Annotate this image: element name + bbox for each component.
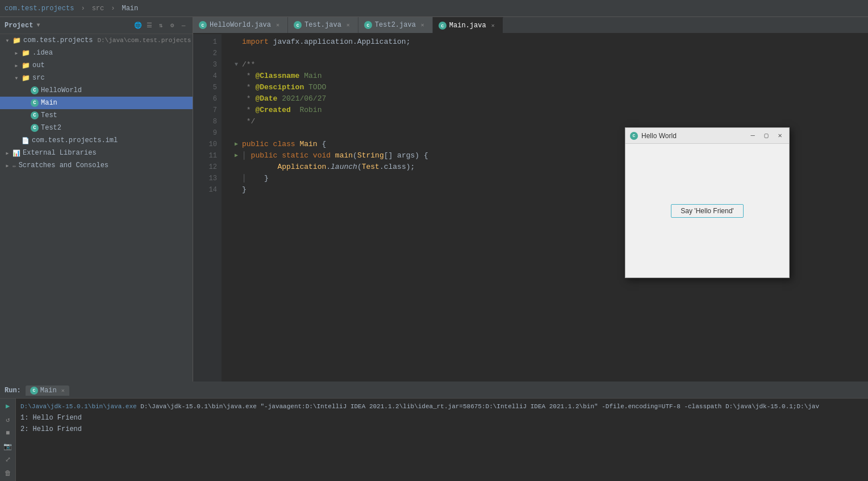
minimize-icon[interactable]: — <box>179 21 188 30</box>
run-tab-close-icon[interactable]: ✕ <box>61 387 65 394</box>
tab-label-main: Main.java <box>449 22 486 30</box>
java-tab-icon4: C <box>439 22 446 30</box>
run-content: ▶ ↺ ■ 📷 ⤢ 🗑 D:\Java\jdk-15.0.1\bin\java.… <box>0 399 868 481</box>
sidebar-label: Project <box>5 22 33 30</box>
sort-icon[interactable]: ⇅ <box>156 21 165 30</box>
close-icon-helloworld[interactable]: ✕ <box>274 21 282 29</box>
run-tab-main[interactable]: C Main ✕ <box>26 385 69 396</box>
camera-icon[interactable]: 📷 <box>2 441 14 453</box>
code-line-1: import javafx.application.Application; <box>231 36 868 48</box>
iml-icon: 📄 <box>22 137 30 144</box>
close-icon-test[interactable]: ✕ <box>344 21 352 29</box>
javafx-window-title: Hello World <box>641 132 745 140</box>
javafx-titlebar: C Hello World — ▢ ✕ <box>625 128 789 144</box>
chevron-right-icon2: ▶ <box>14 63 19 68</box>
trash-icon[interactable]: 🗑 <box>2 468 14 479</box>
tree-label-idea: .idea <box>32 49 53 57</box>
tabs-bar: C HelloWorld.java ✕ C Test.java ✕ C Test… <box>193 17 868 34</box>
title-path: com.test.projects <box>5 5 74 13</box>
run-cmd-line: D:\Java\jdk-15.0.1\bin\java.exe D:\Java\… <box>20 401 863 412</box>
run-output-line-2: 2: Hello Friend <box>20 424 863 435</box>
run-output-line-1: 1: Hello Friend <box>20 412 863 424</box>
run-arrow-10[interactable]: ▶ <box>235 139 238 150</box>
tree-item-src[interactable]: ▼ 📁 src <box>0 72 193 84</box>
run-output: D:\Java\jdk-15.0.1\bin\java.exe D:\Java\… <box>16 399 868 481</box>
tree-label-main: Main <box>41 99 57 107</box>
dropdown-icon[interactable]: ▼ <box>36 22 40 28</box>
java-tab-icon3: C <box>364 21 372 29</box>
tree-item-test[interactable]: C Test <box>0 109 193 122</box>
say-hello-button[interactable]: Say 'Hello Friend' <box>671 204 743 218</box>
run-arrow-11[interactable]: ▶ <box>235 150 238 161</box>
tree-sublabel-root: D:\java\com.test.projects <box>97 37 191 44</box>
tree-item-iml[interactable]: 📄 com.test.projects.iml <box>0 134 193 147</box>
folder-out-icon: 📁 <box>22 61 30 70</box>
list-icon[interactable]: ☰ <box>145 21 154 30</box>
tree-item-ext-libs[interactable]: ▶ 📊 External Libraries <box>0 147 193 159</box>
line-numbers: 1 2 3 4 5 6 7 8 9 10 11 12 13 14 <box>193 34 222 382</box>
tree-label-iml: com.test.projects.iml <box>32 136 118 144</box>
tree-item-main[interactable]: C Main <box>0 97 193 109</box>
chevron-right-icon: ▶ <box>14 50 19 56</box>
tree-label-out: out <box>32 61 45 69</box>
java-exe-path: D:\Java\jdk-15.0.1\bin\java.exe <box>20 403 137 410</box>
run-args: D:\Java\jdk-15.0.1\bin\java.exe "-javaag… <box>140 403 819 410</box>
sidebar-toolbar: Project ▼ 🌐 ☰ ⇅ ⚙ — <box>0 17 193 34</box>
java-tab-icon2: C <box>294 21 302 29</box>
minimize-window-icon[interactable]: — <box>748 131 757 140</box>
expand-icon[interactable]: ⤢ <box>2 454 14 466</box>
tree-label-helloworld: HelloWorld <box>41 86 82 94</box>
sidebar-toolbar-icons: 🌐 ☰ ⇅ ⚙ — <box>133 21 188 30</box>
main-layout: Project ▼ 🌐 ☰ ⇅ ⚙ — ▼ 📁 com.test.project… <box>0 17 868 382</box>
editor-area: C HelloWorld.java ✕ C Test.java ✕ C Test… <box>193 17 868 382</box>
sidebar: Project ▼ 🌐 ☰ ⇅ ⚙ — ▼ 📁 com.test.project… <box>0 17 193 382</box>
run-panel: Run: C Main ✕ ▶ ↺ ■ 📷 ⤢ 🗑 D:\Java\jdk-15… <box>0 382 868 481</box>
folder-icon: 📁 <box>12 36 21 45</box>
settings-icon[interactable]: ⚙ <box>168 21 177 30</box>
run-label: Run: <box>5 387 21 395</box>
tree-item-idea[interactable]: ▶ 📁 .idea <box>0 47 193 59</box>
tab-test[interactable]: C Test.java ✕ <box>288 17 358 33</box>
stop-icon[interactable]: ■ <box>2 428 14 439</box>
code-line-2 <box>231 48 868 59</box>
tab-label-test2: Test2.java <box>375 21 416 29</box>
tree-item-test2[interactable]: C Test2 <box>0 122 193 134</box>
tab-label-helloworld: HelloWorld.java <box>210 21 271 29</box>
tab-main[interactable]: C Main.java ✕ <box>433 17 503 33</box>
close-icon-main[interactable]: ✕ <box>489 22 497 30</box>
code-line-3: ▼ /** <box>231 59 868 71</box>
tab-label-test: Test.java <box>304 21 341 29</box>
tree-label-ext-libs: External Libraries <box>23 149 97 157</box>
rerun-icon[interactable]: ↺ <box>2 414 14 426</box>
close-window-icon[interactable]: ✕ <box>775 131 784 140</box>
title-sep: › <box>81 5 85 13</box>
tree-label-src: src <box>32 74 45 82</box>
title-main: Main <box>122 5 138 13</box>
tree-item-root[interactable]: ▼ 📁 com.test.projects D:\java\com.test.p… <box>0 34 193 47</box>
run-tab-label: Main <box>40 387 57 395</box>
java-file-icon-test: C <box>31 111 39 119</box>
close-icon-test2[interactable]: ✕ <box>419 21 427 29</box>
run-icon[interactable]: ▶ <box>2 401 14 412</box>
tree-item-helloworld[interactable]: C HelloWorld <box>0 84 193 97</box>
javafx-window[interactable]: C Hello World — ▢ ✕ Say 'Hello Friend' <box>625 127 790 278</box>
fold-icon[interactable]: ▼ <box>235 59 238 71</box>
tree-label-test: Test <box>41 111 57 119</box>
libs-icon: 📊 <box>12 150 20 157</box>
run-sidebar: ▶ ↺ ■ 📷 ⤢ 🗑 <box>0 399 16 481</box>
tab-helloworld[interactable]: C HelloWorld.java ✕ <box>193 17 288 33</box>
maximize-window-icon[interactable]: ▢ <box>762 131 771 140</box>
folder-src-icon: 📁 <box>22 74 30 82</box>
globe-icon[interactable]: 🌐 <box>133 21 143 30</box>
javafx-body: Say 'Hello Friend' <box>625 144 789 277</box>
java-file-icon-main: C <box>31 99 39 107</box>
tab-test2[interactable]: C Test2.java ✕ <box>358 17 433 33</box>
folder-idea-icon: 📁 <box>22 49 30 57</box>
gutter-3: ▼ <box>231 59 242 71</box>
tree-item-out[interactable]: ▶ 📁 out <box>0 59 193 72</box>
title-sep2: › <box>111 5 115 13</box>
tree-item-scratches[interactable]: ▶ ✏ Scratches and Consoles <box>0 159 193 172</box>
java-file-icon-test2: C <box>31 124 39 132</box>
code-line-4: * @Classname Main <box>231 71 868 82</box>
chevron-right-icon3: ▶ <box>5 150 10 156</box>
